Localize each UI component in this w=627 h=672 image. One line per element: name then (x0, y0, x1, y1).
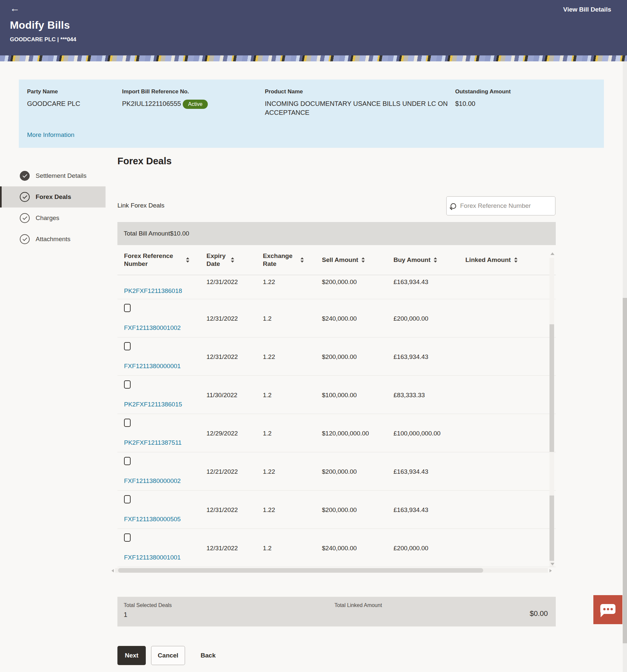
forex-reference-link[interactable]: FXF1211380000505 (124, 515, 181, 523)
sell-amount-cell: $120,000,000.00 (322, 430, 369, 437)
column-header-linked-amount[interactable]: Linked Amount (465, 251, 517, 269)
column-label: Expiry Date (207, 252, 227, 268)
forex-reference-link[interactable]: PK2FXF1211386015 (124, 401, 182, 408)
forex-reference-link[interactable]: FXF1211380001002 (124, 324, 181, 332)
sidebar-item-settlement-details[interactable]: Settlement Details (0, 165, 105, 186)
sidebar-item-forex-deals[interactable]: Forex Deals (0, 186, 105, 208)
status-badge: Active (183, 100, 208, 109)
horizontal-scrollbar-thumb[interactable] (118, 568, 483, 573)
sort-icon[interactable] (434, 257, 437, 263)
exchange-rate-cell: 1.2 (263, 545, 271, 552)
buy-amount-cell: £163,934.43 (393, 468, 429, 475)
sell-amount-cell: $200,000.00 (322, 353, 357, 361)
expiry-date-cell: 12/29/2022 (207, 430, 238, 437)
column-header-buy-amount[interactable]: Buy Amount (393, 251, 437, 269)
forex-reference-link[interactable]: FXF1211380000001 (124, 363, 181, 370)
exchange-rate-cell: 1.2 (263, 391, 271, 399)
total-bill-amount-label: Total Bill Amount (124, 230, 170, 237)
vertical-scrollbar-thumb[interactable] (550, 496, 554, 561)
party-name-value: GOODCARE PLC (27, 99, 80, 108)
sort-icon[interactable] (514, 257, 517, 263)
section-title: Forex Deals (117, 156, 171, 167)
forex-search-input[interactable] (460, 202, 549, 210)
table-row: PK2FXF1211387511 12/29/2022 1.2 $120,000… (117, 414, 556, 452)
sort-icon[interactable] (300, 257, 304, 263)
row-checkbox[interactable] (124, 457, 130, 465)
sort-icon[interactable] (361, 257, 365, 263)
party-name-field: Party Name GOODCARE PLC (27, 89, 80, 108)
outstanding-amount-field: Outstanding Amount $10.00 (455, 89, 511, 108)
totals-bar: Total Selected Deals 1 Total Linked Amou… (117, 597, 556, 626)
table-row: FXF1211380000505 12/31/2022 1.22 $200,00… (117, 490, 556, 529)
check-circle-outline-icon (20, 213, 30, 223)
chat-bubble-icon (600, 604, 616, 614)
sidebar-item-attachments[interactable]: Attachments (0, 229, 105, 250)
forex-reference-link[interactable]: FXF1211380001001 (124, 554, 181, 561)
column-header-sell-amount[interactable]: Sell Amount (322, 251, 365, 269)
buy-amount-cell: £200,000.00 (393, 315, 429, 322)
row-checkbox[interactable] (124, 342, 130, 350)
column-label: Forex Reference Number (124, 252, 183, 268)
view-bill-details-link[interactable]: View Bill Details (563, 6, 611, 13)
forex-reference-link[interactable]: PK2FXF1211386018 (124, 287, 182, 295)
row-checkbox[interactable] (124, 495, 130, 503)
more-information-link[interactable]: More Information (27, 131, 75, 139)
column-header-forex-reference[interactable]: Forex Reference Number (124, 251, 189, 269)
next-button[interactable]: Next (117, 646, 146, 665)
sidebar-item-label: Forex Deals (35, 193, 71, 200)
buy-amount-cell: £163,934.43 (393, 279, 429, 286)
table-row: PK2FXF1211386015 11/30/2022 1.2 $100,000… (117, 376, 556, 414)
sidebar-item-charges[interactable]: Charges (0, 208, 105, 229)
row-checkbox[interactable] (124, 418, 130, 427)
forex-search-box (446, 196, 555, 215)
buy-amount-cell: £83,333.33 (393, 391, 425, 399)
sidebar-item-label: Attachments (35, 236, 71, 243)
table-row: PK2FXF1211386018 12/31/2022 1.22 $200,00… (117, 275, 556, 299)
back-arrow-icon[interactable]: ← (10, 3, 20, 14)
total-selected-deals-value: 1 (124, 611, 127, 619)
expiry-date-cell: 11/30/2022 (207, 391, 238, 399)
expiry-date-cell: 12/31/2022 (207, 353, 238, 361)
outstanding-amount-label: Outstanding Amount (455, 89, 511, 95)
chat-button[interactable] (593, 595, 622, 624)
scroll-down-arrow-icon[interactable] (551, 563, 554, 566)
forex-reference-link[interactable]: FXF1211380000002 (124, 477, 181, 485)
forex-reference-link[interactable]: PK2FXF1211387511 (124, 439, 182, 446)
bill-reference-field: Import Bill Reference No. PK2IUL12211065… (122, 89, 208, 109)
table-header: Forex Reference Number Expiry Date Excha… (117, 245, 556, 275)
expiry-date-cell: 12/21/2022 (207, 468, 238, 475)
table-row: FXF1211380001001 12/31/2022 1.2 $240,000… (117, 529, 556, 567)
scroll-right-arrow-icon[interactable] (550, 569, 552, 572)
row-checkbox[interactable] (124, 380, 130, 389)
check-circle-outline-icon (20, 234, 30, 244)
back-button[interactable]: Back (193, 646, 223, 665)
vertical-scrollbar-thumb[interactable] (550, 324, 554, 452)
total-linked-amount-label: Total Linked Amount (334, 602, 382, 608)
column-header-exchange-rate[interactable]: Exchange Rate (263, 251, 304, 269)
total-bill-amount-value: $10.00 (170, 230, 189, 237)
page-subtitle: GOODCARE PLC | ***044 (10, 36, 76, 43)
total-bill-amount-bar: Total Bill Amount$10.00 (117, 222, 556, 245)
table-row: FXF1211380000002 12/21/2022 1.22 $200,00… (117, 452, 556, 490)
product-name-label: Product Name (265, 89, 451, 95)
exchange-rate-cell: 1.22 (263, 353, 275, 361)
expiry-date-cell: 12/31/2022 (207, 545, 238, 552)
exchange-rate-cell: 1.2 (263, 430, 271, 437)
table-row: FXF1211380000001 12/31/2022 1.22 $200,00… (117, 337, 556, 376)
sort-icon[interactable] (231, 257, 234, 263)
column-header-expiry-date[interactable]: Expiry Date (207, 251, 234, 269)
scroll-left-arrow-icon[interactable] (112, 569, 114, 572)
sell-amount-cell: $200,000.00 (322, 279, 357, 286)
bill-reference-value: PK2IUL1221106555 (122, 100, 181, 107)
party-name-label: Party Name (27, 89, 80, 95)
buy-amount-cell: £200,000.00 (393, 545, 429, 552)
cancel-button[interactable]: Cancel (151, 646, 185, 665)
total-selected-deals-label: Total Selected Deals (124, 602, 172, 608)
sort-icon[interactable] (186, 257, 189, 263)
scroll-up-arrow-icon[interactable] (551, 253, 554, 255)
row-checkbox[interactable] (124, 304, 130, 312)
row-checkbox[interactable] (124, 533, 130, 542)
link-forex-deals-label: Link Forex Deals (117, 202, 165, 209)
page-scrollbar-thumb[interactable] (623, 298, 627, 643)
wizard-steps-sidebar: Settlement Details Forex Deals Charges A… (0, 165, 117, 250)
